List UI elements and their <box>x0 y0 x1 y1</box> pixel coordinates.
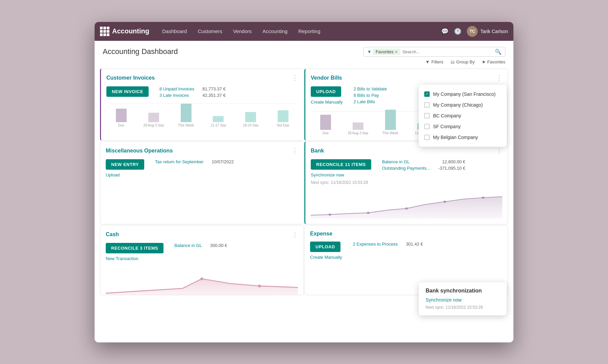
expense-header: Expense <box>310 231 502 237</box>
favorites-button[interactable]: ★ Favorites <box>482 59 505 64</box>
search-submit-icon[interactable]: 🔍 <box>495 49 502 55</box>
company-belgian-item[interactable]: My Belgian Company <box>419 132 507 143</box>
cash-card: Cash ⋮ RECONCILE 3 ITEMS New Transaction… <box>100 225 304 295</box>
company-chicago-label: My Company (Chicago) <box>433 102 483 108</box>
reconcile-11-button[interactable]: RECONCILE 11 ITEMS <box>311 159 371 170</box>
reconcile-3-button[interactable]: RECONCILE 3 ITEMS <box>106 243 163 253</box>
nav-logo[interactable]: Accounting <box>100 27 149 36</box>
company-chicago-item[interactable]: My Company (Chicago) <box>419 100 507 110</box>
bar-11-17sep: 11-17 Sep <box>203 116 233 127</box>
bills-pay-label[interactable]: 8 Bills to Pay <box>354 93 379 98</box>
bank-title: Bank <box>311 148 324 154</box>
nav-reporting[interactable]: Reporting <box>294 26 325 36</box>
cash-stats: Balance in GL 300.00 € <box>174 243 227 248</box>
expense-top: UPLOAD Create Manually 2 Expenses to Pro… <box>310 242 502 264</box>
bank-outstanding-label[interactable]: Outstanding Payments... <box>382 166 430 171</box>
nav-accounting[interactable]: Accounting <box>258 26 292 36</box>
upload-bills-button[interactable]: UPLOAD <box>311 86 341 97</box>
expense-actions: UPLOAD Create Manually <box>310 242 342 260</box>
bank-gl-value: 12,800.00 € <box>442 159 465 164</box>
groupby-button[interactable]: 🗂 Group By <box>450 59 475 64</box>
nav-vendors[interactable]: Vendors <box>228 26 256 36</box>
company-bc-item[interactable]: BC Company <box>419 110 507 121</box>
expense-process-row: 2 Expenses to Process 301.42 € <box>353 242 423 247</box>
bills-late-label[interactable]: 2 Late Bills <box>354 99 375 104</box>
bank-sync-popup-link[interactable]: Synchronize now <box>426 297 500 303</box>
synchronize-now-link[interactable]: Synchronize now <box>311 172 371 177</box>
expense-stats: 2 Expenses to Process 301.42 € <box>353 242 423 247</box>
misc-operations-top: NEW ENTRY Upload Tax return for Septembe… <box>106 159 298 181</box>
company-sf2-checkbox[interactable] <box>424 124 430 129</box>
unpaid-invoices-label[interactable]: 8 Unpaid Invoices <box>159 86 194 91</box>
unpaid-invoices-value: 81,773.37 € <box>202 86 226 91</box>
chat-icon[interactable]: 💬 <box>441 28 449 35</box>
favorites-dropdown: ✓ My Company (San Francisco) My Company … <box>419 85 507 147</box>
customer-invoices-menu[interactable]: ⋮ <box>292 74 298 82</box>
customer-invoices-header: Customer Invoices ⋮ <box>106 74 298 82</box>
main-content: Accounting Dashboard ▼ Favorites × 🔍 ▼ F… <box>95 41 513 342</box>
nav-customers[interactable]: Customers <box>193 26 227 36</box>
bar-18-24sep: 18-24 Sep <box>236 112 265 127</box>
filters-button[interactable]: ▼ Filters <box>425 59 443 64</box>
svg-point-6 <box>258 284 261 287</box>
user-name: Tarik Carlson <box>480 29 508 34</box>
misc-operations-title: Miscellaneous Operations <box>106 148 173 154</box>
customer-invoices-chart: Due 28 Aug-3 Sep This Week 11-17 Sep <box>106 104 298 127</box>
cash-menu[interactable]: ⋮ <box>292 231 298 238</box>
upload-expense-button[interactable]: UPLOAD <box>310 242 340 252</box>
bank-top: RECONCILE 11 ITEMS Synchronize now Next … <box>311 159 502 189</box>
late-invoices-label[interactable]: 3 Late Invoices <box>159 93 189 98</box>
stat-late: 3 Late Invoices 42,351.37 € <box>159 93 226 98</box>
new-transaction-link[interactable]: New Transaction <box>106 256 163 261</box>
company-san-francisco-item[interactable]: ✓ My Company (San Francisco) <box>419 89 507 100</box>
avatar: TC <box>467 26 478 37</box>
bank-gl-label[interactable]: Balance in GL <box>382 159 410 164</box>
bank-menu[interactable]: ⋮ <box>496 147 502 155</box>
upload-link[interactable]: Upload <box>106 172 144 177</box>
bank-actions: RECONCILE 11 ITEMS Synchronize now Next … <box>311 159 371 185</box>
customer-invoices-title: Customer Invoices <box>106 75 155 81</box>
bank-header: Bank ⋮ <box>311 147 502 155</box>
create-manually-link[interactable]: Create Manually <box>311 100 343 105</box>
search-bar[interactable]: ▼ Favorites × 🔍 <box>363 47 505 57</box>
vendor-bills-menu[interactable]: ⋮ <box>496 74 502 82</box>
svg-point-4 <box>482 197 485 199</box>
company-sf-item[interactable]: SF Company <box>419 121 507 132</box>
company-chicago-checkbox[interactable] <box>424 102 430 108</box>
expense-process-label[interactable]: 2 Expenses to Process <box>353 242 398 247</box>
cash-line-chart <box>106 269 298 289</box>
stat-pay: 8 Bills to Pay <box>354 93 387 98</box>
misc-operations-header: Miscellaneous Operations ⋮ <box>106 147 298 155</box>
groupby-icon: 🗂 <box>450 59 455 64</box>
customer-invoices-stats: 8 Unpaid Invoices 81,773.37 € 3 Late Inv… <box>159 86 226 98</box>
bills-validate-label[interactable]: 2 Bills to Validate <box>354 86 387 91</box>
nav-dashboard[interactable]: Dashboard <box>157 26 192 36</box>
bank-stats: Balance in GL 12,800.00 € Outstanding Pa… <box>382 159 465 171</box>
bar-due: Due <box>106 109 136 127</box>
misc-operations-stats: Tax return for September 10/07/2022 <box>155 159 234 164</box>
company-bc-checkbox[interactable] <box>424 113 430 118</box>
bank-outstanding-row: Outstanding Payments... -371,095.10 € <box>382 166 465 171</box>
clock-icon[interactable]: 🕐 <box>454 28 461 35</box>
bank-sync-popup-title: Bank synchronization <box>426 288 500 294</box>
search-tag-close[interactable]: × <box>395 49 398 54</box>
cash-gl-value: 300.00 € <box>210 243 227 248</box>
vbar-due: Due <box>311 115 340 135</box>
company-sf-checkbox[interactable]: ✓ <box>424 91 430 97</box>
customer-invoices-card: Customer Invoices ⋮ NEW INVOICE 8 Unpaid… <box>100 68 304 141</box>
svg-point-5 <box>200 277 203 280</box>
new-invoice-button[interactable]: NEW INVOICE <box>106 86 149 97</box>
svg-point-1 <box>367 212 370 214</box>
page-title: Accounting Dashboard <box>103 47 178 56</box>
tax-return-label[interactable]: Tax return for September <box>155 159 204 164</box>
misc-operations-menu[interactable]: ⋮ <box>292 147 298 155</box>
create-manually-expense-link[interactable]: Create Manually <box>310 255 342 260</box>
star-icon: ★ <box>482 59 486 64</box>
company-belgian-checkbox[interactable] <box>424 135 430 140</box>
cash-gl-label[interactable]: Balance in GL <box>174 243 202 248</box>
user-menu[interactable]: TC Tarik Carlson <box>467 26 508 37</box>
expense-title: Expense <box>310 231 332 237</box>
new-entry-button[interactable]: NEW ENTRY <box>106 159 144 170</box>
search-input[interactable] <box>402 49 495 54</box>
cash-header: Cash ⋮ <box>106 231 298 238</box>
